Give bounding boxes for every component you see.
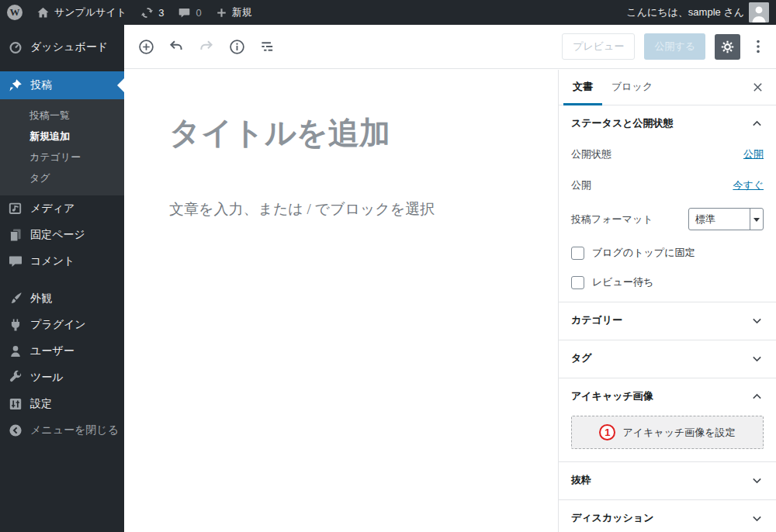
set-featured-image-button[interactable]: 1 アイキャッチ画像を設定	[571, 416, 764, 449]
menu-plugins[interactable]: プラグイン	[0, 312, 124, 338]
chevron-down-icon	[750, 474, 764, 487]
chevron-up-icon	[750, 117, 764, 130]
undo-button[interactable]	[165, 36, 187, 57]
list-view-icon	[258, 38, 275, 55]
tab-document[interactable]: 文書	[563, 70, 602, 105]
collapse-icon	[8, 423, 23, 438]
pages-icon	[8, 227, 23, 243]
panel-status-header[interactable]: ステータスと公開状態	[571, 116, 764, 130]
undo-icon	[168, 38, 185, 55]
avatar	[749, 2, 769, 22]
chevron-down-icon	[750, 512, 764, 525]
block-navigation-button[interactable]	[256, 36, 278, 57]
block-inserter-button[interactable]	[135, 36, 157, 57]
comment-bubble-icon	[178, 6, 191, 19]
dashboard-icon	[8, 40, 23, 55]
panel-tags-header[interactable]: タグ	[571, 351, 764, 365]
update-icon	[140, 6, 154, 19]
home-icon	[36, 6, 50, 19]
settings-sidebar: 文書 ブロック ステータスと公開状態 公開状態 公開 公開 今すぐ 投稿フォーマ…	[558, 70, 776, 532]
submenu-categories[interactable]: カテゴリー	[0, 147, 124, 168]
select-arrow-icon	[750, 209, 763, 230]
preview-button[interactable]: プレビュー	[562, 33, 635, 60]
panel-excerpt-header[interactable]: 抜粋	[571, 473, 764, 487]
close-sidebar-button[interactable]	[747, 77, 768, 98]
panel-excerpt: 抜粋	[559, 462, 776, 500]
pending-review-checkbox[interactable]	[571, 276, 584, 289]
content-structure-button[interactable]	[226, 36, 248, 57]
info-icon	[228, 38, 246, 56]
menu-separator	[0, 60, 124, 71]
media-icon	[8, 201, 23, 216]
panel-featured-image-header[interactable]: アイキャッチ画像	[571, 389, 764, 403]
post-format-label: 投稿フォーマット	[571, 212, 653, 226]
panel-categories: カテゴリー	[559, 302, 776, 340]
redo-button[interactable]	[196, 36, 217, 57]
gear-icon	[719, 39, 736, 55]
post-title-input[interactable]: タイトルを追加	[169, 112, 513, 154]
update-count: 3	[158, 7, 164, 19]
submenu-add-new[interactable]: 新規追加	[0, 126, 124, 147]
sticky-label: ブログのトップに固定	[592, 246, 695, 260]
panel-categories-header[interactable]: カテゴリー	[571, 313, 764, 327]
tab-block[interactable]: ブロック	[602, 70, 662, 105]
posts-submenu: 投稿一覧 新規追加 カテゴリー タグ	[0, 99, 124, 195]
menu-comments[interactable]: コメント	[0, 248, 124, 275]
chevron-down-icon	[750, 352, 764, 365]
more-options-button[interactable]	[750, 34, 767, 60]
kebab-menu-icon	[750, 38, 766, 55]
panel-status-visibility: ステータスと公開状態 公開状態 公開 公開 今すぐ 投稿フォーマット 標準 ブロ…	[559, 105, 776, 302]
settings-toggle-button[interactable]	[715, 34, 740, 60]
menu-tools[interactable]: ツール	[0, 364, 124, 391]
pending-review-label: レビュー待ち	[592, 275, 653, 289]
redo-icon	[198, 38, 215, 55]
user-icon	[8, 344, 23, 359]
brush-icon	[8, 291, 23, 306]
menu-media[interactable]: メディア	[0, 195, 124, 222]
account-menu[interactable]: こんにちは、sample さん	[619, 0, 776, 25]
menu-settings[interactable]: 設定	[0, 391, 124, 417]
comment-icon	[8, 254, 23, 269]
visit-site-link[interactable]: サンプルサイト	[29, 0, 133, 25]
post-content-input[interactable]: 文章を入力、または / でブロックを選択	[169, 199, 513, 219]
submenu-all-posts[interactable]: 投稿一覧	[0, 105, 124, 126]
new-content-link[interactable]: 新規	[209, 0, 259, 25]
chevron-up-icon	[750, 390, 764, 403]
chevron-down-icon	[750, 314, 764, 327]
menu-posts[interactable]: 投稿	[0, 71, 124, 99]
publish-date-label: 公開	[571, 178, 591, 192]
sidebar-tabs: 文書 ブロック	[559, 70, 776, 105]
menu-pages[interactable]: 固定ページ	[0, 222, 124, 248]
plugin-icon	[8, 317, 23, 333]
pin-icon	[8, 78, 23, 93]
menu-dashboard[interactable]: ダッシュボード	[0, 34, 124, 60]
panel-discussion-header[interactable]: ディスカッション	[571, 511, 764, 525]
admin-bar: W サンプルサイト 3 0 新規 こんにちは、sample さん	[0, 0, 776, 25]
annotation-step-badge: 1	[599, 424, 615, 440]
comment-count: 0	[196, 7, 201, 19]
sticky-checkbox[interactable]	[571, 247, 584, 260]
submenu-tags[interactable]: タグ	[0, 168, 124, 188]
panel-tags: タグ	[559, 340, 776, 378]
close-icon	[751, 81, 764, 94]
menu-separator	[0, 275, 124, 285]
menu-appearance[interactable]: 外観	[0, 285, 124, 312]
publish-button[interactable]: 公開する	[644, 33, 705, 60]
post-format-select[interactable]: 標準	[688, 208, 764, 230]
plus-icon	[216, 7, 227, 19]
collapse-menu-button[interactable]: メニューを閉じる	[0, 417, 124, 444]
publish-date-link[interactable]: 今すぐ	[733, 178, 764, 192]
wordpress-logo-icon: W	[7, 5, 23, 20]
sliders-icon	[8, 396, 23, 412]
wrench-icon	[8, 370, 23, 385]
menu-users[interactable]: ユーザー	[0, 338, 124, 364]
circle-plus-icon	[137, 38, 155, 56]
panel-discussion: ディスカッション	[559, 500, 776, 532]
panel-featured-image: アイキャッチ画像 1 アイキャッチ画像を設定	[559, 378, 776, 462]
comments-link[interactable]: 0	[171, 0, 208, 25]
visibility-label: 公開状態	[571, 147, 611, 161]
updates-link[interactable]: 3	[133, 0, 171, 25]
greeting-text: こんにちは、sample さん	[626, 5, 744, 19]
wordpress-menu-button[interactable]: W	[0, 0, 29, 25]
visibility-value-link[interactable]: 公開	[743, 147, 764, 161]
